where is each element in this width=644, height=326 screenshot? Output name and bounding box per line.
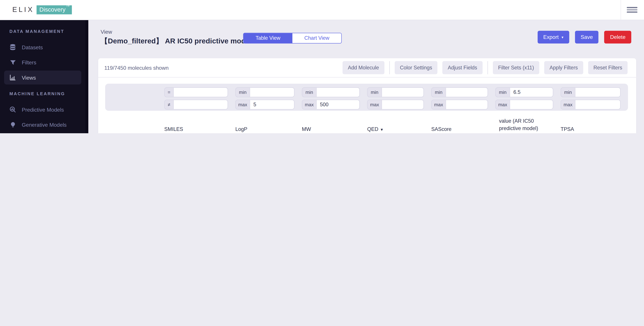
page-header: View 【Demo_filtered】 AR IC50 predictive …	[88, 20, 644, 58]
mw-min-filter: min	[302, 87, 360, 97]
export-button[interactable]: Export▾	[538, 31, 569, 44]
smiles-equals-filter: =	[164, 87, 228, 97]
mw-min-input[interactable]	[317, 88, 359, 97]
sidebar-item-label: Generative Models	[22, 122, 67, 128]
tpsa-min-input[interactable]	[575, 88, 620, 97]
sidebar-item-label: Filters	[22, 59, 36, 66]
topbar: ELIX DiscoveryTM	[0, 0, 644, 20]
add-molecule-button[interactable]: Add Molecule	[342, 61, 384, 74]
smiles-not-equals-input[interactable]	[174, 100, 228, 109]
column-header-sascore[interactable]: SAScore	[431, 126, 495, 133]
min-label: min	[561, 88, 576, 97]
app-logo[interactable]: ELIX DiscoveryTM	[12, 5, 72, 14]
toolbar-divider	[488, 61, 488, 74]
sidebar-item-generative-models[interactable]: Generative Models	[4, 118, 81, 132]
logo-tm: TM	[66, 5, 70, 7]
column-header-mw[interactable]: MW	[302, 126, 367, 133]
header-actions: Export▾ Save Delete	[538, 31, 631, 44]
lightbulb-icon	[10, 121, 16, 128]
mw-max-input[interactable]	[317, 100, 359, 109]
sidebar-item-label: Datasets	[22, 44, 43, 50]
tab-chart-view[interactable]: Chart View	[292, 33, 341, 43]
max-label: max	[432, 100, 446, 109]
chevron-down-icon: ▾	[562, 35, 564, 39]
column-header-tpsa[interactable]: TPSA	[560, 126, 628, 133]
filter-band: = min min min min	[105, 84, 628, 111]
reset-filters-button[interactable]: Reset Filters	[588, 61, 628, 74]
adjust-fields-button[interactable]: Adjust Fields	[442, 61, 482, 74]
column-header-value[interactable]: value (AR IC50 predictive model)	[495, 118, 557, 133]
value-min-input[interactable]	[510, 88, 553, 97]
sidebar: DATA MANAGEMENT Datasets Filters Views M…	[0, 20, 88, 133]
smiles-not-equals-filter: ≠	[164, 100, 228, 110]
tab-table-view[interactable]: Table View	[244, 33, 292, 43]
max-label: max	[368, 100, 382, 109]
equals-operator-label: =	[165, 88, 174, 97]
logo-discovery-badge: DiscoveryTM	[36, 5, 72, 14]
view-toggle: Table View Chart View	[243, 33, 342, 44]
tpsa-max-filter: max	[560, 100, 620, 110]
sidebar-item-filters[interactable]: Filters	[4, 55, 81, 69]
max-label: max	[302, 100, 317, 109]
bar-chart-icon	[10, 74, 16, 81]
column-header-smiles[interactable]: SMILES	[164, 126, 235, 133]
min-label: min	[302, 88, 317, 97]
qed-min-filter: min	[367, 87, 424, 97]
filter-icon	[10, 59, 16, 66]
qed-min-input[interactable]	[382, 88, 424, 97]
column-header-structure	[105, 132, 164, 133]
min-label: min	[496, 88, 510, 97]
sidebar-item-predictive-models[interactable]: Predictive Models	[4, 103, 81, 117]
min-label: min	[432, 88, 446, 97]
logp-max-input[interactable]	[250, 100, 294, 109]
filter-sets-button[interactable]: Filter Sets (x11)	[493, 61, 539, 74]
not-equals-operator-label: ≠	[165, 100, 174, 109]
menu-icon[interactable]	[627, 7, 638, 13]
card-toolbar: 119/7450 molecules shown Add Molecule Co…	[98, 58, 636, 77]
qed-max-input[interactable]	[382, 100, 424, 109]
save-button[interactable]: Save	[575, 31, 598, 44]
value-max-filter: max	[495, 100, 553, 110]
delete-button[interactable]: Delete	[604, 31, 631, 44]
sascore-min-filter: min	[431, 87, 488, 97]
sidebar-item-label: Views	[22, 74, 36, 81]
column-header-logp[interactable]: LogP	[235, 126, 302, 133]
min-label: min	[236, 88, 250, 97]
qed-max-filter: max	[367, 100, 424, 110]
logp-max-filter: max	[235, 100, 294, 110]
value-max-input[interactable]	[510, 100, 553, 109]
logp-min-input[interactable]	[250, 88, 294, 97]
topbar-divider	[621, 0, 621, 20]
table-header: SMILES LogP MW QED▼ SAScore value (AR IC…	[105, 111, 628, 133]
min-label: min	[368, 88, 382, 97]
column-header-qed[interactable]: QED▼	[367, 126, 431, 133]
tpsa-max-input[interactable]	[575, 100, 620, 109]
max-label: max	[236, 100, 250, 109]
smiles-equals-input[interactable]	[174, 88, 228, 97]
color-settings-button[interactable]: Color Settings	[394, 61, 438, 74]
sidebar-item-views[interactable]: Views	[4, 71, 81, 84]
page-title: 【Demo_filtered】 AR IC50 predictive model	[101, 36, 252, 46]
molecule-count-status: 119/7450 molecules shown	[104, 65, 169, 71]
value-min-filter: min	[495, 87, 553, 97]
predictive-models-icon	[10, 106, 16, 113]
sort-descending-icon: ▼	[380, 128, 384, 132]
app-root: © Elix, Inc. Version 1.2.2 DATA MANAGEME…	[0, 0, 644, 133]
sidebar-item-label: Predictive Models	[22, 106, 64, 113]
sidebar-section-data-management: DATA MANAGEMENT	[10, 29, 86, 33]
sascore-max-input[interactable]	[446, 100, 488, 109]
max-label: max	[496, 100, 510, 109]
view-eyebrow-label: View	[101, 29, 112, 35]
sascore-max-filter: max	[431, 100, 488, 110]
mw-max-filter: max	[302, 100, 360, 110]
apply-filters-button[interactable]: Apply Filters	[544, 61, 583, 74]
logp-min-filter: min	[235, 87, 294, 97]
table-card: 119/7450 molecules shown Add Molecule Co…	[98, 58, 636, 133]
sidebar-item-datasets[interactable]: Datasets	[4, 40, 81, 54]
toolbar-buttons: Add Molecule Color Settings Adjust Field…	[342, 61, 628, 74]
sascore-min-input[interactable]	[446, 88, 488, 97]
max-label: max	[561, 100, 576, 109]
main-content: View 【Demo_filtered】 AR IC50 predictive …	[88, 20, 644, 133]
database-icon	[10, 44, 16, 50]
toolbar-divider	[389, 61, 390, 74]
